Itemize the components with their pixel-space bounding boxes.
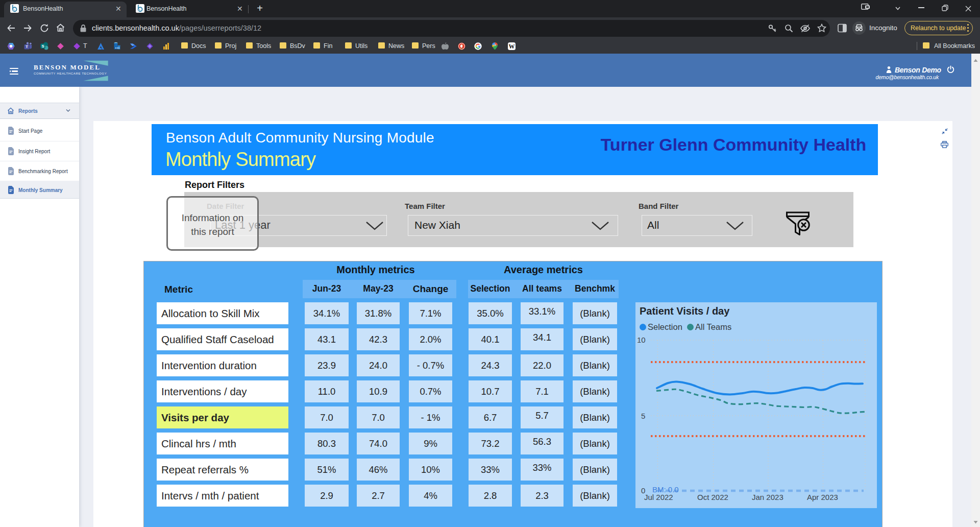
svg-text:W: W	[509, 43, 515, 50]
svg-text:T: T	[26, 44, 28, 49]
svg-text:S: S	[42, 44, 45, 49]
